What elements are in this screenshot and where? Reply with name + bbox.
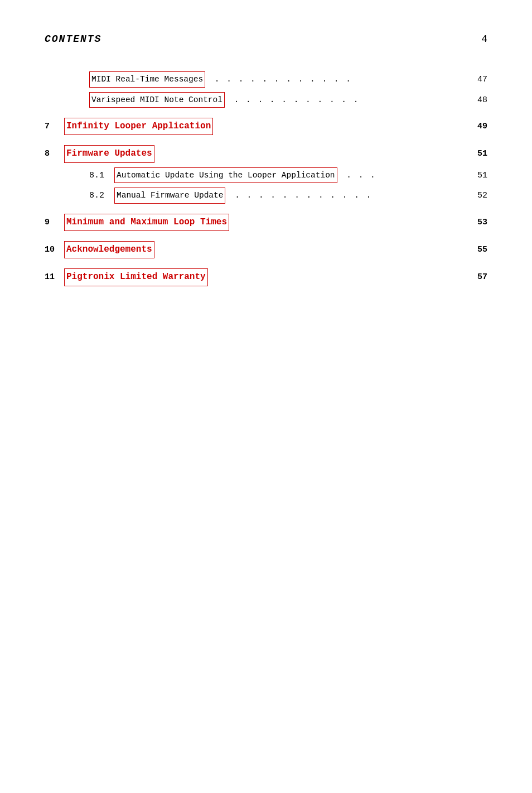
toc-num-chapter-9: 9 (45, 215, 64, 230)
toc-title-chapter-9[interactable]: Minimum and Maximum Loop Times (64, 214, 229, 231)
toc-entry-chapter-11[interactable]: 11 Pigtronix Limited Warranty 57 (45, 268, 487, 286)
toc-entry-section-8-1[interactable]: 8.1 Automatic Update Using the Looper Ap… (45, 167, 487, 184)
toc-title-chapter-8[interactable]: Firmware Updates (64, 145, 154, 162)
toc-entry-chapter-9[interactable]: 9 Minimum and Maximum Loop Times 53 (45, 214, 487, 231)
toc-title-midi-realtime[interactable]: MIDI Real-Time Messages (89, 71, 205, 88)
page-header: CONTENTS 4 (45, 33, 487, 45)
toc-dots-section-8-1: . . . (341, 169, 467, 182)
toc-page-chapter-9: 53 (471, 215, 487, 230)
toc-page-chapter-11: 57 (471, 270, 487, 285)
toc-dots-midi-realtime: . . . . . . . . . . . . (209, 73, 467, 86)
toc-num-section-8-2: 8.2 (89, 189, 114, 203)
toc-page-section-8-2: 52 (471, 189, 487, 203)
toc-container: MIDI Real-Time Messages . . . . . . . . … (45, 71, 487, 286)
toc-title-chapter-7[interactable]: Infinity Looper Application (64, 118, 213, 135)
toc-title-varispeed[interactable]: Varispeed MIDI Note Control (89, 92, 225, 108)
page-number: 4 (481, 33, 487, 45)
toc-title-section-8-1[interactable]: Automatic Update Using the Looper Applic… (114, 167, 337, 184)
toc-entry-chapter-8[interactable]: 8 Firmware Updates 51 (45, 145, 487, 162)
toc-title-section-8-2[interactable]: Manual Firmware Update (114, 188, 225, 204)
toc-page-chapter-8: 51 (471, 147, 487, 161)
toc-num-chapter-11: 11 (45, 270, 64, 285)
toc-entry-section-8-2[interactable]: 8.2 Manual Firmware Update . . . . . . .… (45, 188, 487, 204)
toc-page-varispeed: 48 (471, 93, 487, 108)
toc-num-chapter-8: 8 (45, 147, 64, 161)
toc-title-chapter-10[interactable]: Acknowledgements (64, 241, 154, 258)
toc-num-section-8-1: 8.1 (89, 169, 114, 183)
toc-page-midi-realtime: 47 (471, 73, 487, 87)
toc-page-chapter-7: 49 (471, 119, 487, 134)
toc-entry-midi-realtime[interactable]: MIDI Real-Time Messages . . . . . . . . … (45, 71, 487, 88)
toc-entry-chapter-7[interactable]: 7 Infinity Looper Application 49 (45, 118, 487, 135)
toc-num-chapter-10: 10 (45, 243, 64, 257)
toc-page-chapter-10: 55 (471, 243, 487, 257)
toc-page-section-8-1: 51 (471, 169, 487, 183)
toc-dots-section-8-2: . . . . . . . . . . . . (229, 189, 467, 203)
toc-entry-chapter-10[interactable]: 10 Acknowledgements 55 (45, 241, 487, 258)
toc-num-chapter-7: 7 (45, 119, 64, 134)
toc-title-chapter-11[interactable]: Pigtronix Limited Warranty (64, 268, 208, 286)
toc-entry-varispeed[interactable]: Varispeed MIDI Note Control . . . . . . … (45, 92, 487, 108)
toc-dots-varispeed: . . . . . . . . . . . (228, 93, 467, 107)
page-title: CONTENTS (45, 33, 101, 45)
